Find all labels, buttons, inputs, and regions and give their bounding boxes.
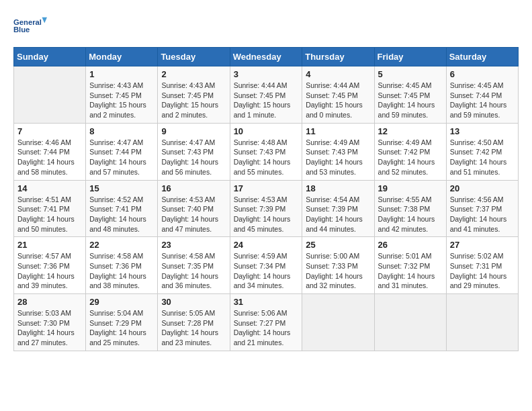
day-info: Sunrise: 4:48 AMSunset: 7:43 PMDaylight:… xyxy=(234,138,299,177)
header-day-saturday: Saturday xyxy=(446,48,518,66)
calendar-body: 1Sunrise: 4:43 AMSunset: 7:45 PMDaylight… xyxy=(14,66,519,351)
calendar-cell xyxy=(302,294,374,351)
day-number: 4 xyxy=(306,69,370,79)
day-number: 13 xyxy=(450,126,515,136)
day-number: 19 xyxy=(378,183,443,193)
calendar-cell: 15Sunrise: 4:52 AMSunset: 7:41 PMDayligh… xyxy=(86,180,158,237)
calendar-cell: 26Sunrise: 5:01 AMSunset: 7:32 PMDayligh… xyxy=(374,237,446,294)
day-number: 31 xyxy=(234,297,299,307)
day-number: 7 xyxy=(17,126,82,136)
page-header: General Blue xyxy=(13,13,519,40)
calendar-cell: 20Sunrise: 4:56 AMSunset: 7:37 PMDayligh… xyxy=(446,180,518,237)
day-number: 8 xyxy=(89,126,154,136)
header-day-wednesday: Wednesday xyxy=(230,48,302,66)
calendar-cell: 28Sunrise: 5:03 AMSunset: 7:30 PMDayligh… xyxy=(14,294,86,351)
day-info: Sunrise: 4:52 AMSunset: 7:41 PMDaylight:… xyxy=(89,195,154,234)
day-number: 25 xyxy=(306,240,370,250)
day-info: Sunrise: 5:06 AMSunset: 7:27 PMDaylight:… xyxy=(234,308,299,348)
header-day-sunday: Sunday xyxy=(14,48,86,66)
day-info: Sunrise: 4:51 AMSunset: 7:41 PMDaylight:… xyxy=(17,195,82,234)
day-number: 23 xyxy=(161,240,226,250)
day-info: Sunrise: 5:01 AMSunset: 7:32 PMDaylight:… xyxy=(378,251,443,291)
day-info: Sunrise: 4:54 AMSunset: 7:39 PMDaylight:… xyxy=(306,195,370,234)
day-info: Sunrise: 4:59 AMSunset: 7:34 PMDaylight:… xyxy=(234,251,299,291)
calendar-cell: 7Sunrise: 4:46 AMSunset: 7:44 PMDaylight… xyxy=(14,123,86,180)
day-info: Sunrise: 4:43 AMSunset: 7:45 PMDaylight:… xyxy=(161,81,226,120)
calendar-cell: 13Sunrise: 4:50 AMSunset: 7:42 PMDayligh… xyxy=(446,123,518,180)
day-number: 6 xyxy=(450,69,515,79)
calendar-table: SundayMondayTuesdayWednesdayThursdayFrid… xyxy=(13,47,519,351)
day-number: 20 xyxy=(450,183,515,193)
day-info: Sunrise: 4:44 AMSunset: 7:45 PMDaylight:… xyxy=(234,81,299,120)
calendar-cell: 19Sunrise: 4:55 AMSunset: 7:38 PMDayligh… xyxy=(374,180,446,237)
calendar-cell: 2Sunrise: 4:43 AMSunset: 7:45 PMDaylight… xyxy=(158,66,230,124)
calendar-cell: 27Sunrise: 5:02 AMSunset: 7:31 PMDayligh… xyxy=(446,237,518,294)
day-number: 21 xyxy=(17,240,82,250)
header-day-tuesday: Tuesday xyxy=(158,48,230,66)
calendar-cell: 18Sunrise: 4:54 AMSunset: 7:39 PMDayligh… xyxy=(302,180,374,237)
day-info: Sunrise: 4:58 AMSunset: 7:36 PMDaylight:… xyxy=(89,251,154,291)
day-number: 10 xyxy=(234,126,299,136)
calendar-cell: 6Sunrise: 4:45 AMSunset: 7:44 PMDaylight… xyxy=(446,66,518,124)
week-row: 1Sunrise: 4:43 AMSunset: 7:45 PMDaylight… xyxy=(14,66,519,124)
day-info: Sunrise: 4:55 AMSunset: 7:38 PMDaylight:… xyxy=(378,195,443,234)
calendar-cell: 17Sunrise: 4:53 AMSunset: 7:39 PMDayligh… xyxy=(230,180,302,237)
day-info: Sunrise: 4:49 AMSunset: 7:42 PMDaylight:… xyxy=(378,138,443,177)
day-number: 29 xyxy=(89,297,154,307)
day-number: 24 xyxy=(234,240,299,250)
calendar-cell: 22Sunrise: 4:58 AMSunset: 7:36 PMDayligh… xyxy=(86,237,158,294)
day-number: 2 xyxy=(161,69,226,79)
calendar-cell xyxy=(446,294,518,351)
calendar-cell: 9Sunrise: 4:47 AMSunset: 7:43 PMDaylight… xyxy=(158,123,230,180)
day-info: Sunrise: 4:46 AMSunset: 7:44 PMDaylight:… xyxy=(17,138,82,177)
day-number: 26 xyxy=(378,240,443,250)
day-info: Sunrise: 4:49 AMSunset: 7:43 PMDaylight:… xyxy=(306,138,370,177)
day-number: 9 xyxy=(161,126,226,136)
day-info: Sunrise: 4:43 AMSunset: 7:45 PMDaylight:… xyxy=(89,81,154,120)
day-info: Sunrise: 5:03 AMSunset: 7:30 PMDaylight:… xyxy=(17,308,82,348)
day-info: Sunrise: 4:53 AMSunset: 7:40 PMDaylight:… xyxy=(161,195,226,234)
day-info: Sunrise: 4:47 AMSunset: 7:43 PMDaylight:… xyxy=(161,138,226,177)
day-number: 12 xyxy=(378,126,443,136)
day-number: 1 xyxy=(89,69,154,79)
calendar-cell: 16Sunrise: 4:53 AMSunset: 7:40 PMDayligh… xyxy=(158,180,230,237)
logo-svg: General Blue xyxy=(13,13,47,40)
calendar-cell: 29Sunrise: 5:04 AMSunset: 7:29 PMDayligh… xyxy=(86,294,158,351)
header-day-thursday: Thursday xyxy=(302,48,374,66)
header-day-monday: Monday xyxy=(86,48,158,66)
day-info: Sunrise: 4:57 AMSunset: 7:36 PMDaylight:… xyxy=(17,251,82,291)
calendar-cell: 3Sunrise: 4:44 AMSunset: 7:45 PMDaylight… xyxy=(230,66,302,124)
svg-text:Blue: Blue xyxy=(13,26,30,34)
header-day-friday: Friday xyxy=(374,48,446,66)
week-row: 28Sunrise: 5:03 AMSunset: 7:30 PMDayligh… xyxy=(14,294,519,351)
day-info: Sunrise: 4:56 AMSunset: 7:37 PMDaylight:… xyxy=(450,195,515,234)
logo: General Blue xyxy=(13,13,47,40)
day-info: Sunrise: 4:47 AMSunset: 7:44 PMDaylight:… xyxy=(89,138,154,177)
day-number: 11 xyxy=(306,126,370,136)
day-info: Sunrise: 5:02 AMSunset: 7:31 PMDaylight:… xyxy=(450,251,515,291)
day-info: Sunrise: 4:45 AMSunset: 7:44 PMDaylight:… xyxy=(450,81,515,120)
day-number: 18 xyxy=(306,183,370,193)
day-number: 22 xyxy=(89,240,154,250)
svg-marker-2 xyxy=(42,17,48,24)
day-info: Sunrise: 4:45 AMSunset: 7:45 PMDaylight:… xyxy=(378,81,443,120)
calendar-cell: 10Sunrise: 4:48 AMSunset: 7:43 PMDayligh… xyxy=(230,123,302,180)
day-info: Sunrise: 5:04 AMSunset: 7:29 PMDaylight:… xyxy=(89,308,154,348)
day-info: Sunrise: 4:58 AMSunset: 7:35 PMDaylight:… xyxy=(161,251,226,291)
day-number: 16 xyxy=(161,183,226,193)
calendar-header: SundayMondayTuesdayWednesdayThursdayFrid… xyxy=(14,48,519,66)
day-number: 5 xyxy=(378,69,443,79)
day-number: 15 xyxy=(89,183,154,193)
calendar-cell: 4Sunrise: 4:44 AMSunset: 7:45 PMDaylight… xyxy=(302,66,374,124)
svg-text:General: General xyxy=(13,18,42,26)
day-info: Sunrise: 4:44 AMSunset: 7:45 PMDaylight:… xyxy=(306,81,370,120)
calendar-cell: 23Sunrise: 4:58 AMSunset: 7:35 PMDayligh… xyxy=(158,237,230,294)
day-info: Sunrise: 4:50 AMSunset: 7:42 PMDaylight:… xyxy=(450,138,515,177)
calendar-cell xyxy=(374,294,446,351)
calendar-cell: 12Sunrise: 4:49 AMSunset: 7:42 PMDayligh… xyxy=(374,123,446,180)
day-number: 27 xyxy=(450,240,515,250)
day-info: Sunrise: 4:53 AMSunset: 7:39 PMDaylight:… xyxy=(234,195,299,234)
day-info: Sunrise: 5:00 AMSunset: 7:33 PMDaylight:… xyxy=(306,251,370,291)
day-number: 14 xyxy=(17,183,82,193)
calendar-cell: 14Sunrise: 4:51 AMSunset: 7:41 PMDayligh… xyxy=(14,180,86,237)
